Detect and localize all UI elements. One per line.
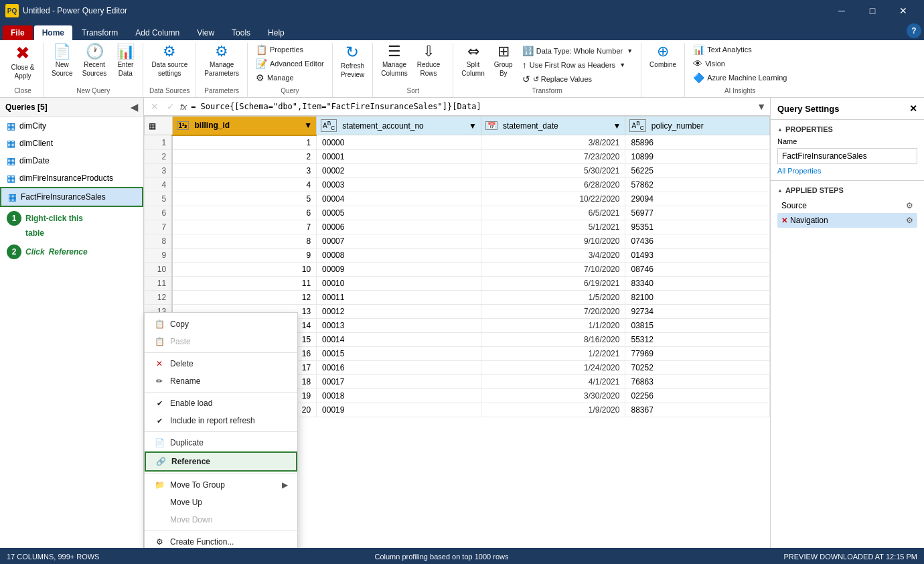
enter-data-button[interactable]: 📊 Enter Data <box>112 43 139 79</box>
formula-input[interactable] <box>191 102 753 111</box>
ctx-move-group[interactable]: 📁 Move To Group ▶ <box>145 476 297 494</box>
combine-button[interactable]: ⊕ Combine <box>645 43 680 70</box>
query-name-input[interactable] <box>777 148 917 164</box>
properties-label: Properties <box>270 46 303 54</box>
tab-tools[interactable]: Tools <box>224 25 258 40</box>
table-row: 7 7 00006 5/1/2021 95351 <box>145 220 770 234</box>
recent-sources-button[interactable]: 🕐 Recent Sources <box>78 43 111 79</box>
ctx-reference[interactable]: 🔗 Reference <box>145 451 297 472</box>
ctx-move-up[interactable]: Move Up <box>145 494 297 511</box>
close-window-button[interactable]: ✕ <box>888 0 919 21</box>
column-header-billing-id[interactable]: 1²₃ billing_id ▼ <box>172 117 317 135</box>
date-cell: 7/10/2020 <box>481 262 625 276</box>
column-header-policy[interactable]: ABC policy_number <box>625 117 770 135</box>
step-nav-x[interactable]: ✕ <box>781 216 787 225</box>
ctx-create-function[interactable]: ⚙ Create Function... <box>145 533 297 548</box>
column-header-account-no[interactable]: ABC statement_account_no ▼ <box>317 117 481 135</box>
reduce-rows-button[interactable]: ⇩ Reduce Rows <box>413 43 444 79</box>
manage-button[interactable]: ⚙ Manage <box>252 71 298 84</box>
billing-id-filter[interactable]: ▼ <box>304 121 312 130</box>
collapse-panel-button[interactable]: ◀ <box>131 102 138 113</box>
formula-expand-icon[interactable]: ▼ <box>757 101 766 112</box>
step-source[interactable]: Source ⚙ <box>777 198 917 213</box>
advanced-editor-button[interactable]: 📝 Advanced Editor <box>252 57 328 70</box>
vision-label: Vision <box>705 60 725 68</box>
ctx-duplicate[interactable]: 📄 Duplicate <box>145 434 297 451</box>
policy-type: ABC <box>629 119 645 132</box>
sidebar-item-factfireinsurancesales[interactable]: ▦ FactFireInsuranceSales <box>0 187 143 207</box>
ctx-rename[interactable]: ✏ Rename <box>145 372 297 390</box>
annotation-2: 2 Click Reference <box>0 242 143 263</box>
group-label-close: Close <box>7 86 39 94</box>
use-first-row-dropdown[interactable]: ▼ <box>619 62 625 68</box>
split-column-button[interactable]: ⇔ Split Column <box>457 43 488 79</box>
group-by-button[interactable]: ⊞ Group By <box>490 43 517 79</box>
row-number: 7 <box>145 220 173 234</box>
ctx-copy[interactable]: 📋 Copy <box>145 315 297 333</box>
queries-header: Queries [5] ◀ <box>0 98 143 117</box>
policy-cell: 03815 <box>625 318 770 332</box>
data-type-button[interactable]: 🔢 Data Type: Whole Number ▼ <box>518 44 637 58</box>
sidebar-item-dimcity[interactable]: ▦ dimCity <box>0 117 143 135</box>
replace-values-icon: ↺ <box>522 74 530 84</box>
vision-icon: 👁 <box>693 58 702 69</box>
step-nav-gear[interactable]: ⚙ <box>906 216 913 225</box>
ctx-delete[interactable]: ✕ Delete <box>145 355 297 372</box>
ctx-enable-load[interactable]: ✔ Enable load <box>145 395 297 412</box>
tab-view[interactable]: View <box>189 25 222 40</box>
account-no-filter[interactable]: ▼ <box>469 121 477 131</box>
ctx-paste-label: Paste <box>170 337 191 346</box>
sidebar-item-dimdate[interactable]: ▦ dimDate <box>0 152 143 169</box>
tab-help[interactable]: Help <box>260 25 293 40</box>
azure-ml-button[interactable]: 🔷 Azure Machine Learning <box>689 71 791 84</box>
tab-transform[interactable]: Transform <box>74 25 126 40</box>
date-cell: 3/4/2020 <box>481 248 625 262</box>
date-filter[interactable]: ▼ <box>613 121 621 131</box>
properties-section: PROPERTIES Name All Properties <box>771 120 924 181</box>
minimize-button[interactable]: ─ <box>826 0 857 21</box>
help-icon[interactable]: ? <box>907 23 921 38</box>
sidebar-item-dimclient[interactable]: ▦ dimClient <box>0 135 143 152</box>
all-properties-link[interactable]: All Properties <box>777 167 917 175</box>
data-source-settings-button[interactable]: ⚙ Data source settings <box>147 43 191 79</box>
manage-parameters-button[interactable]: ⚙ Manage Parameters <box>200 43 243 79</box>
table-row: 10 10 00009 7/10/2020 08746 <box>145 262 770 276</box>
text-analytics-button[interactable]: 📊 Text Analytics <box>689 43 791 56</box>
query-settings-close[interactable]: ✕ <box>909 103 917 114</box>
move-group-icon: 📁 <box>154 480 165 490</box>
date-cell: 1/5/2020 <box>481 290 625 304</box>
billing-id-label: billing_id <box>194 121 301 130</box>
use-first-row-button[interactable]: ↑ Use First Row as Headers ▼ <box>518 58 637 72</box>
ribbon-group-parameters: ⚙ Manage Parameters Parameters <box>196 43 248 97</box>
properties-button[interactable]: 📋 Properties <box>252 43 307 56</box>
rename-icon: ✏ <box>154 376 165 386</box>
tab-file[interactable]: File <box>3 25 33 40</box>
close-apply-button[interactable]: ✖ Close & Apply <box>7 43 39 82</box>
ctx-rename-label: Rename <box>170 376 200 386</box>
billing-id-cell: 6 <box>172 206 317 220</box>
manage-columns-button[interactable]: ☰ Manage Columns <box>377 43 411 79</box>
maximize-button[interactable]: □ <box>857 0 888 21</box>
sidebar-item-dimfireinsuranceproducts[interactable]: ▦ dimFireInsuranceProducts <box>0 169 143 187</box>
table-icon-dimclient: ▦ <box>7 138 15 149</box>
ctx-include-refresh[interactable]: ✔ Include in report refresh <box>145 412 297 429</box>
billing-id-cell: 2 <box>172 149 317 163</box>
account-no-cell: 00004 <box>317 192 481 206</box>
replace-values-button[interactable]: ↺ ↺ Replace Values <box>518 72 637 86</box>
data-type-dropdown[interactable]: ▼ <box>627 48 633 54</box>
tab-home[interactable]: Home <box>34 25 72 40</box>
recent-sources-icon: 🕐 <box>86 44 104 59</box>
tab-add-column[interactable]: Add Column <box>127 25 187 40</box>
row-number-header: ▦ <box>145 117 173 135</box>
vision-button[interactable]: 👁 Vision <box>689 57 791 70</box>
ctx-create-function-label: Create Function... <box>170 537 234 547</box>
new-source-button[interactable]: 📄 New Source <box>48 43 77 79</box>
account-no-cell: 00002 <box>317 163 481 178</box>
refresh-preview-button[interactable]: ↻ Refresh Preview <box>337 43 369 80</box>
step-navigation[interactable]: ✕ Navigation ⚙ <box>777 213 917 228</box>
ctx-delete-label: Delete <box>170 359 194 368</box>
table-icon-fact: ▦ <box>8 192 17 202</box>
column-header-date[interactable]: 📅 statement_date ▼ <box>481 117 625 135</box>
step-source-gear[interactable]: ⚙ <box>906 201 913 210</box>
manage-parameters-label: Manage Parameters <box>204 60 239 78</box>
